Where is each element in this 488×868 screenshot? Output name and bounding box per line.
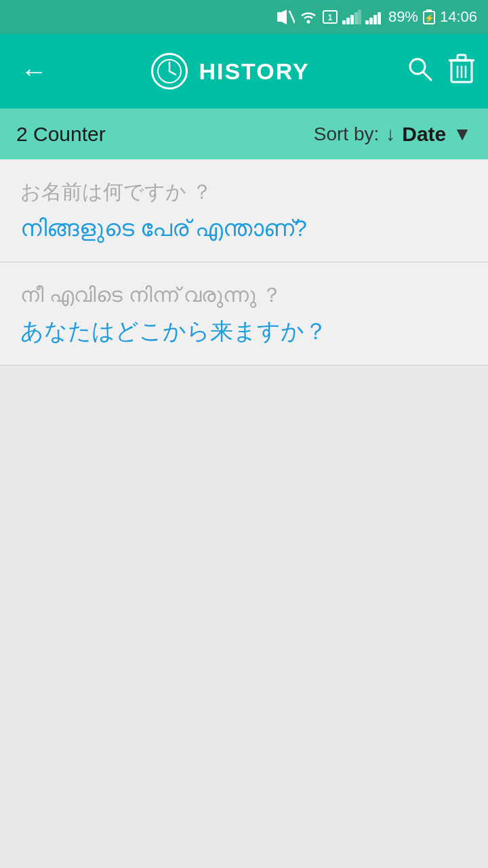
sort-by-label: Sort by: (314, 123, 379, 145)
empty-area (0, 366, 488, 868)
battery-percent: 89% (388, 8, 418, 26)
signal2-icon (365, 9, 384, 24)
item-original-text: നീ എവിടെ നിന്ന് വരുന്നു ？ (20, 281, 468, 308)
sort-bar: 2 Counter Sort by: ↓ Date ▼ (0, 108, 488, 159)
clock-face-svg (157, 58, 182, 84)
svg-rect-12 (373, 15, 377, 24)
delete-icon (449, 54, 474, 83)
status-time: 14:06 (440, 8, 477, 26)
history-list: お名前は何ですか ？ നിങ്ങളുടെ പേര് എന്താണ്? നീ എവ… (0, 159, 488, 366)
svg-rect-6 (346, 18, 350, 24)
list-item[interactable]: നീ എവിടെ നിന്ന് വരുന്നു ？ あなたはどこから来ますか？ (0, 262, 488, 366)
clock-icon (151, 53, 188, 90)
svg-rect-10 (365, 20, 369, 24)
svg-rect-5 (342, 20, 346, 24)
list-item[interactable]: お名前は何ですか ？ നിങ്ങളുടെ പേര് എന്താണ്? (0, 159, 488, 262)
sort-direction-icon: ↓ (386, 123, 395, 145)
delete-button[interactable] (449, 54, 474, 90)
battery-icon: ⚡ (422, 9, 436, 24)
svg-line-21 (423, 72, 431, 80)
sim1-icon: 1 (322, 9, 338, 24)
svg-line-1 (289, 11, 295, 23)
counter-label: 2 Counter (16, 123, 314, 146)
app-bar: ← HISTORY (0, 34, 488, 108)
sort-value: Date (402, 123, 446, 146)
signal-icon (342, 9, 361, 24)
svg-text:1: 1 (328, 13, 333, 22)
wifi-icon (299, 9, 318, 24)
svg-rect-7 (350, 15, 354, 24)
svg-rect-11 (369, 18, 373, 24)
svg-rect-24 (458, 55, 466, 60)
back-button[interactable]: ← (14, 58, 54, 85)
search-button[interactable] (407, 56, 432, 87)
search-icon (407, 56, 432, 81)
svg-rect-0 (277, 12, 281, 22)
svg-point-2 (306, 20, 310, 24)
page-title: HISTORY (199, 58, 309, 85)
svg-line-19 (169, 71, 176, 75)
app-bar-actions (407, 54, 474, 90)
svg-rect-8 (354, 12, 358, 24)
mute-icon (276, 9, 295, 24)
back-arrow-icon: ← (20, 58, 47, 85)
status-icons: 1 89% ⚡ 14:06 (276, 8, 477, 26)
item-original-text: お名前は何ですか ？ (20, 178, 468, 205)
svg-rect-9 (358, 9, 361, 24)
sort-controls[interactable]: Sort by: ↓ Date ▼ (314, 123, 472, 146)
app-bar-title: HISTORY (54, 53, 407, 90)
svg-text:⚡: ⚡ (424, 13, 434, 23)
status-bar: 1 89% ⚡ 14:06 (0, 0, 488, 34)
dropdown-icon[interactable]: ▼ (453, 123, 472, 145)
svg-rect-15 (426, 9, 432, 12)
svg-rect-13 (378, 12, 381, 24)
item-translation-text: നിങ്ങളുടെ പേര് എന്താണ്? (20, 213, 468, 243)
item-translation-text: あなたはどこから来ますか？ (20, 316, 468, 346)
